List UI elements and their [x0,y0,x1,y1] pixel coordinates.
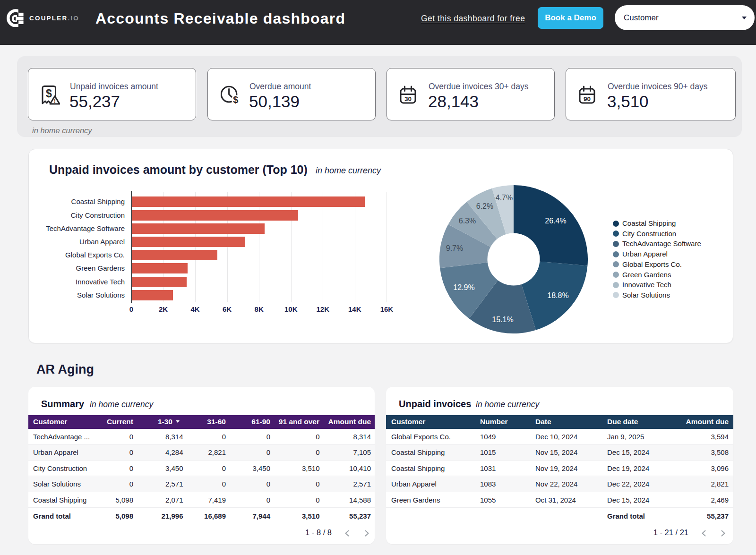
svg-text:!: ! [54,98,56,104]
svg-text:90: 90 [584,95,591,102]
svg-text:$: $ [46,87,52,100]
svg-text:30: 30 [404,95,412,102]
svg-text:$: $ [233,94,238,105]
